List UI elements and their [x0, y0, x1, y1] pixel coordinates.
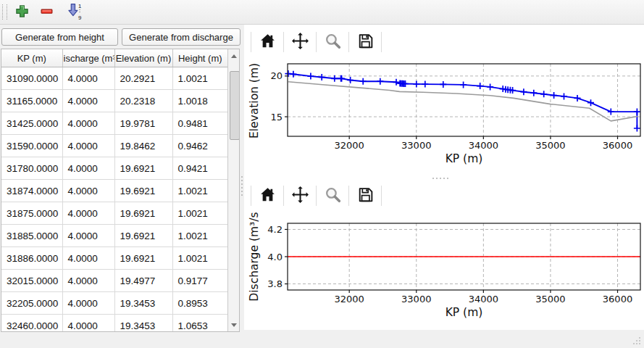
table-cell[interactable]: 31780.0000 — [1, 157, 62, 180]
table-cell[interactable]: 1.0018 — [172, 90, 227, 112]
x-tick-label: 36000 — [603, 140, 632, 151]
y-tick-label: 4.2 — [267, 224, 283, 235]
table-row: 32205.00004.000019.34530.8953 — [1, 292, 227, 315]
table-cell[interactable]: 0.9177 — [172, 270, 227, 292]
table-cell[interactable]: 4.0000 — [62, 247, 114, 270]
table-cell[interactable]: 20.2318 — [114, 90, 172, 112]
chart-splitter[interactable] — [426, 176, 455, 181]
table-cell[interactable]: 31874.0000 — [1, 180, 62, 202]
table-cell[interactable]: 20.2921 — [114, 67, 172, 90]
table-cell[interactable]: 32015.0000 — [1, 270, 62, 292]
table-row: 31090.00004.000020.29211.0021 — [1, 67, 227, 90]
elevation-chart[interactable]: 32000330003400035000360001520KP (m)Eleva… — [247, 61, 643, 175]
sort-bottom-char: 9 — [78, 14, 80, 20]
table-row: 31885.00004.000019.69211.0021 — [1, 225, 227, 247]
nav-home-button[interactable] — [256, 184, 279, 207]
remove-row-button[interactable] — [37, 3, 56, 22]
scrollbar-up-button[interactable] — [228, 50, 240, 62]
table-row: 32015.00004.000019.49770.9177 — [1, 270, 227, 292]
table-cell[interactable]: 31885.0000 — [1, 225, 62, 247]
table-cell[interactable]: 19.6921 — [114, 157, 172, 180]
table-cell[interactable]: 4.0000 — [62, 90, 114, 112]
nav-save-button[interactable] — [354, 184, 377, 207]
table-cell[interactable]: 0.9462 — [172, 135, 227, 157]
table-cell[interactable]: 32460.0000 — [1, 315, 62, 333]
nav-save-button[interactable] — [354, 30, 377, 54]
zoom-icon — [324, 32, 342, 52]
column-header-discharge[interactable]: ischarge (m³/ — [62, 49, 114, 67]
table: KP (m) ischarge (m³/ Elevation (m) Heigh… — [1, 49, 227, 332]
table-cell[interactable]: 0.9421 — [172, 157, 227, 180]
table-cell[interactable]: 19.9781 — [114, 112, 172, 135]
table-cell[interactable]: 4.0000 — [62, 135, 114, 157]
table-cell[interactable]: 19.3453 — [114, 315, 172, 333]
table-scrollbar[interactable] — [227, 49, 240, 331]
column-header-kp[interactable]: KP (m) — [1, 49, 62, 67]
table-cell[interactable]: 19.6921 — [114, 247, 172, 270]
table-row: 32460.00004.000019.34531.0653 — [1, 315, 227, 333]
nav-pan-button[interactable] — [288, 30, 311, 54]
nav-home-button[interactable] — [256, 30, 279, 54]
scrollbar-down-button[interactable] — [228, 319, 240, 331]
home-icon — [259, 186, 277, 206]
toolbar-separator — [283, 32, 284, 52]
nav-zoom-button[interactable] — [321, 30, 344, 54]
table-cell[interactable]: 1.0021 — [172, 225, 227, 247]
pan-icon — [291, 32, 309, 52]
table-cell[interactable]: 1.0021 — [172, 180, 227, 202]
sort-rows-button[interactable]: 1 9 — [64, 3, 85, 22]
table-cell[interactable]: 0.9481 — [172, 112, 227, 135]
table-cell[interactable]: 4.0000 — [62, 270, 114, 292]
generate-from-discharge-button[interactable]: Generate from discharge — [122, 28, 241, 46]
generate-from-height-button[interactable]: Generate from height — [1, 28, 118, 46]
table-cell[interactable]: 19.3453 — [114, 292, 172, 315]
table-cell[interactable]: 19.6921 — [114, 202, 172, 225]
table-cell[interactable]: 31425.0000 — [1, 112, 62, 135]
table-cell[interactable]: 1.0021 — [172, 247, 227, 270]
pan-icon — [291, 186, 309, 206]
column-header-height[interactable]: Height (m) — [172, 49, 227, 67]
x-tick-label: 33000 — [401, 140, 431, 151]
x-axis-label: KP (m) — [446, 152, 483, 165]
toolbar-separator — [381, 186, 382, 206]
column-header-elevation[interactable]: Elevation (m) — [114, 49, 172, 67]
table-cell[interactable]: 4.0000 — [62, 180, 114, 202]
table-cell[interactable]: 31886.0000 — [1, 247, 62, 270]
table-cell[interactable]: 19.4977 — [114, 270, 172, 292]
table-row: 31590.00004.000019.84620.9462 — [1, 135, 227, 157]
table-cell[interactable]: 19.6921 — [114, 225, 172, 247]
table-row: 31780.00004.000019.69210.9421 — [1, 157, 227, 180]
nav-pan-button[interactable] — [288, 184, 311, 207]
triangle-up-icon — [231, 54, 237, 58]
x-tick-label: 34000 — [469, 294, 498, 304]
table-cell[interactable]: 31590.0000 — [1, 135, 62, 157]
toolbar-drag-handle[interactable] — [2, 4, 7, 20]
scrollbar-thumb[interactable] — [230, 71, 240, 140]
table-cell[interactable]: 4.0000 — [62, 315, 114, 333]
table-cell[interactable]: 4.0000 — [62, 112, 114, 135]
table-cell[interactable]: 1.0653 — [172, 315, 227, 333]
nav-zoom-button[interactable] — [321, 184, 344, 207]
discharge-chart[interactable]: 32000330003400035000360003.84.04.2KP (m)… — [247, 212, 643, 330]
table-cell[interactable]: 31875.0000 — [1, 202, 62, 225]
table-cell[interactable]: 4.0000 — [62, 225, 114, 247]
table-cell[interactable]: 0.8953 — [172, 292, 227, 315]
table-cell[interactable]: 1.0021 — [172, 67, 227, 90]
x-tick-label: 35000 — [535, 294, 565, 304]
add-row-button[interactable] — [12, 3, 31, 22]
table-cell[interactable]: 31090.0000 — [1, 67, 62, 90]
toolbar-separator — [348, 186, 349, 206]
table-cell[interactable]: 19.8462 — [114, 135, 172, 157]
toolbar-separator — [316, 32, 317, 52]
table-cell[interactable]: 4.0000 — [62, 67, 114, 90]
table-cell[interactable]: 32205.0000 — [1, 292, 62, 315]
table-cell[interactable]: 31165.0000 — [1, 90, 62, 112]
y-axis-label: Discharge (m³/s) — [248, 212, 261, 302]
table-cell[interactable]: 1.0021 — [172, 202, 227, 225]
table-cell[interactable]: 4.0000 — [62, 202, 114, 225]
table-cell[interactable]: 4.0000 — [62, 292, 114, 315]
x-tick-label: 36000 — [603, 294, 632, 304]
resize-grip[interactable] — [632, 336, 642, 346]
table-cell[interactable]: 4.0000 — [62, 157, 114, 180]
table-cell[interactable]: 19.6921 — [114, 180, 172, 202]
